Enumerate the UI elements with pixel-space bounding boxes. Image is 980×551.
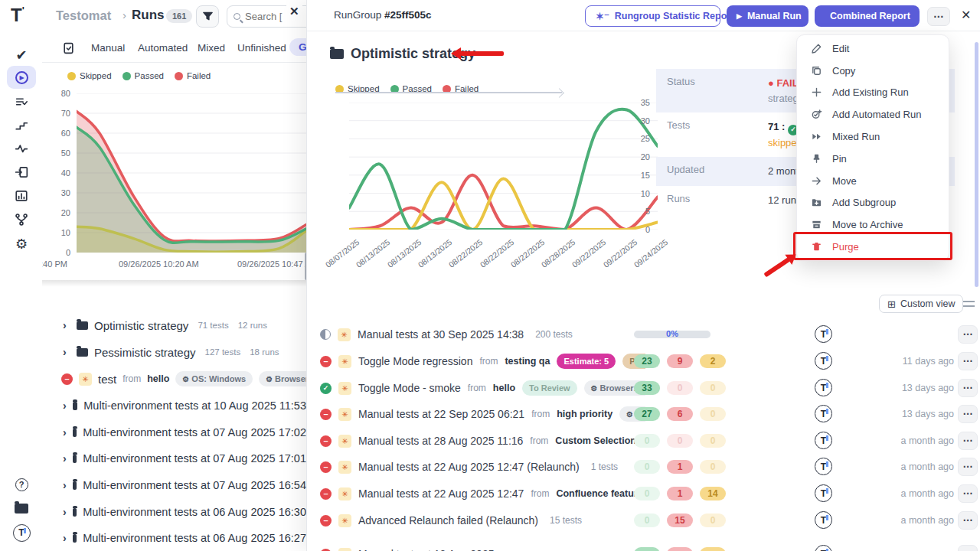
testomat-avatar-icon: T: [815, 432, 832, 449]
manual-run-icon: ✳: [338, 487, 351, 500]
clipboard-check-icon[interactable]: [62, 41, 75, 57]
row-more-button[interactable]: ⋯: [958, 405, 978, 423]
check-icon[interactable]: ✔: [7, 44, 36, 67]
menu-item-add-automated-run[interactable]: Add Automated Run: [797, 103, 949, 126]
run-timestamp: a month ago: [901, 461, 955, 472]
progress-percent: 0%: [634, 329, 710, 338]
tree-folder-row[interactable]: ›Multi-environment tests at 06 Aug 2025 …: [42, 502, 306, 522]
yellow-count-pill: 2: [700, 354, 726, 368]
more-actions-button[interactable]: ⋯: [927, 7, 950, 26]
tree-run-row[interactable]: –✳testfromhello⚙OS: Windows⚙Browser: Chr…: [42, 369, 306, 389]
tree-item-label: Multi-environment tests at 10 Aug 2025 1…: [83, 399, 306, 412]
tab-unfinished[interactable]: Unfinished: [237, 42, 286, 54]
run-list-row[interactable]: –✳Manual tests at 22 Aug 2025 12:47 (Rel…: [307, 455, 980, 478]
run-list-row[interactable]: –✳Manual tests at 22 Aug 2025 12:47fromC…: [307, 482, 980, 505]
tree-folder-row[interactable]: ›Multi-environment tests at 10 Aug 2025 …: [42, 396, 306, 416]
left-chart-legend: SkippedPassedFailed: [67, 71, 211, 80]
menu-item-mixed-run[interactable]: Mixed Run: [797, 126, 949, 148]
run-list-row[interactable]: –✳Manual tests at 13 Aug 2025T⋯: [307, 543, 980, 551]
combined-report-button[interactable]: Combined Report: [815, 5, 920, 27]
chevron-right-icon[interactable]: ›: [63, 346, 70, 358]
import-icon[interactable]: [7, 161, 36, 184]
tree-folder-row[interactable]: ›Multi-environment tests at 07 Aug 2025 …: [42, 475, 306, 495]
run-list-row[interactable]: –✳Manual tests at 28 Aug 2025 11:16fromC…: [307, 429, 980, 452]
app-logo-icon[interactable]: T': [11, 5, 24, 26]
tree-folder-row[interactable]: ›Optimistic strategy71 tests12 runs: [42, 315, 306, 335]
run-list-row[interactable]: ✓✳Toggle Mode - smokefromhelloTo Review⚙…: [307, 377, 980, 399]
menu-item-move[interactable]: Move: [797, 170, 949, 192]
arrow-right-icon: [810, 175, 822, 187]
steps-icon[interactable]: [7, 113, 36, 136]
menu-item-pin[interactable]: Pin: [797, 148, 949, 170]
skipped-dot-icon: [67, 72, 76, 80]
tree-folder-row[interactable]: ›Multi-environment tests at 06 Aug 2025 …: [42, 528, 306, 548]
play-circle-icon[interactable]: ▶: [7, 66, 36, 89]
pulse-icon[interactable]: [7, 137, 36, 160]
filter-button[interactable]: [196, 5, 219, 28]
tab-mixed[interactable]: Mixed: [198, 42, 225, 54]
tree-folder-row[interactable]: ›Multi-environment tests at 07 Aug 2025 …: [42, 422, 306, 442]
row-more-button[interactable]: ⋯: [958, 432, 978, 450]
tree-item-label: Multi-environment tests at 07 Aug 2025 1…: [83, 426, 306, 439]
tree-item-label: test: [98, 373, 116, 386]
tests-count-label: 200 tests: [535, 329, 573, 340]
chevron-right-icon[interactable]: ›: [63, 319, 70, 331]
chevron-right-icon[interactable]: ›: [63, 479, 67, 491]
run-list-row[interactable]: –✳Toggle Mode regressionfromtesting qaEs…: [307, 350, 980, 373]
runs-tree: ›Optimistic strategy71 tests12 runs›Pess…: [42, 306, 306, 551]
row-more-button[interactable]: ⋯: [958, 458, 978, 476]
chevron-right-icon[interactable]: ›: [63, 399, 67, 412]
row-more-button[interactable]: ⋯: [958, 352, 978, 370]
run-list: ✳Manual tests at 30 Sep 2025 14:38200 te…: [307, 318, 980, 551]
run-name: Manual tests at 30 Sep 2025 14:38: [358, 328, 524, 341]
row-more-button[interactable]: ⋯: [958, 511, 978, 530]
gear-icon[interactable]: ⚙: [7, 233, 36, 256]
bar-chart-box-icon[interactable]: [7, 184, 36, 207]
testomat-avatar-icon: T: [815, 458, 832, 475]
chevron-right-icon[interactable]: ›: [63, 506, 67, 518]
tree-folder-row[interactable]: ›Multi-environment tests at 07 Aug 2025 …: [42, 448, 306, 468]
view-settings-icon[interactable]: [963, 298, 975, 309]
breadcrumb-app[interactable]: Testomat: [56, 8, 111, 23]
chevron-right-icon[interactable]: ›: [63, 532, 67, 544]
breadcrumb-page[interactable]: Runs: [132, 8, 165, 23]
tab-manual[interactable]: Manual: [91, 42, 125, 54]
tree-folder-row[interactable]: ›Pessimistic strategy127 tests18 runs: [42, 342, 306, 362]
menu-item-add-existing-run[interactable]: Add Existing Run: [797, 82, 949, 104]
modal-scrollbar[interactable]: [975, 42, 978, 287]
row-more-button[interactable]: ⋯: [958, 325, 978, 344]
topbar: Testomat › Runs 161 ✕: [42, 0, 306, 34]
profile-logo-icon[interactable]: T: [7, 521, 36, 544]
folder-icon: [73, 402, 78, 410]
chevron-right-icon[interactable]: ›: [63, 452, 67, 465]
close-icon[interactable]: ✕: [961, 8, 971, 22]
row-more-button[interactable]: ⋯: [958, 545, 978, 551]
y-axis-tick: 35: [630, 98, 650, 107]
pin-icon: [810, 153, 822, 165]
folder-icon: [73, 508, 77, 517]
custom-view-button[interactable]: ⊞ Custom view: [879, 295, 963, 313]
manual-run-button[interactable]: ▶ Manual Run: [727, 5, 808, 27]
list-check-icon[interactable]: [7, 90, 36, 113]
result-pills: 000: [634, 434, 726, 448]
run-list-row[interactable]: –✳Advanced Relaunch failed (Relaunch)15 …: [307, 509, 980, 532]
run-list-row[interactable]: ✳Manual tests at 30 Sep 2025 14:38200 te…: [307, 323, 980, 346]
row-more-button[interactable]: ⋯: [958, 379, 978, 397]
rungroup-statistic-report-button[interactable]: ✶⁻ Rungroup Statistic Report: [585, 5, 720, 27]
tab-grouped[interactable]: G: [289, 38, 306, 56]
help-icon[interactable]: ?: [7, 473, 36, 496]
run-list-row[interactable]: –✳Manual tests at 22 Sep 2025 06:21fromh…: [307, 403, 980, 425]
icon-rail: T' ✔ ▶ ⚙ ? T: [0, 0, 42, 551]
branch-icon[interactable]: [7, 208, 36, 231]
chevron-right-icon[interactable]: ›: [63, 426, 67, 439]
search-clear-icon[interactable]: ✕: [286, 4, 302, 19]
menu-item-edit[interactable]: Edit: [797, 37, 949, 60]
run-name: Manual tests at 22 Sep 2025 06:21: [358, 408, 524, 420]
projects-folder-icon[interactable]: [7, 497, 36, 520]
tab-automated[interactable]: Automated: [138, 42, 188, 54]
row-more-button[interactable]: ⋯: [958, 484, 978, 503]
source-label: high priority: [557, 409, 612, 419]
menu-item-copy[interactable]: Copy: [797, 60, 949, 82]
menu-item-add-subgroup[interactable]: Add Subgroup: [797, 192, 949, 214]
folder-plus-icon: [810, 197, 822, 208]
